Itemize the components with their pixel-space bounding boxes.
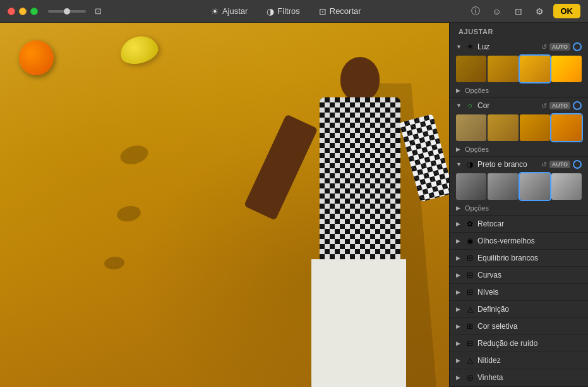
def-title: Definição <box>477 305 582 314</box>
niveis-chevron-icon: ▶ <box>456 289 462 295</box>
ov-icon: ◉ <box>465 236 475 245</box>
section-rr-header[interactable]: ▶ ⊟ Redução de ruído <box>450 335 588 352</box>
cor-chevron-icon: ▼ <box>456 102 462 109</box>
section-retocar-header[interactable]: ▶ ✿ Retocar <box>450 216 588 232</box>
pb-title: Preto e branco <box>477 160 539 169</box>
luz-auto-badge[interactable]: AUTO <box>549 43 570 51</box>
section-cor-header[interactable]: ▼ ○ Cor ↺ AUTO <box>450 98 588 113</box>
section-luz-header[interactable]: ▼ ☀ Luz ↺ AUTO <box>450 39 588 54</box>
titlebar-right: ⓘ ☺ ⊡ ⚙ OK <box>467 3 581 20</box>
section-nit-header[interactable]: ▶ △ Nitidez <box>450 352 588 369</box>
def-icon: △ <box>465 305 475 314</box>
tab-ajustar[interactable]: ☀ Ajustar <box>202 4 256 19</box>
luz-thumb-3[interactable] <box>520 56 550 82</box>
cs-icon: ⊞ <box>465 322 475 331</box>
luz-toggle[interactable] <box>573 42 582 51</box>
share-icon[interactable]: ⊡ <box>510 3 527 20</box>
def-chevron-icon: ▶ <box>456 306 462 312</box>
section-definicao: ▶ △ Definição <box>450 301 588 318</box>
person-body <box>320 97 400 262</box>
section-curvas-header[interactable]: ▶ ⊟ Curvas <box>450 267 588 283</box>
cor-auto-badge[interactable]: AUTO <box>549 102 570 109</box>
luz-thumb-strip <box>450 54 588 85</box>
cor-controls: ↺ AUTO <box>541 101 582 110</box>
cor-thumb-2[interactable] <box>488 114 518 141</box>
section-preto-branco: ▼ ◑ Preto e branco ↺ AUTO ▶ Opções <box>450 157 588 216</box>
section-vin-header[interactable]: ▶ ◎ Vinheta <box>450 369 588 386</box>
luz-icon: ☀ <box>465 42 475 51</box>
luz-thumb-4[interactable] <box>551 56 582 82</box>
pb-thumb-strip <box>450 172 588 202</box>
pb-icon: ◑ <box>465 160 475 169</box>
pb-toggle[interactable] <box>573 160 582 169</box>
photo-area <box>0 23 449 387</box>
main-content: AJUSTAR ▼ ☀ Luz ↺ AUTO ▶ Opçõ <box>0 23 588 387</box>
section-equilibrio-brancos: ▶ ⊟ Equilíbrio brancos <box>450 250 588 267</box>
section-niveis-header[interactable]: ▶ ⊟ Níveis <box>450 284 588 300</box>
retocar-chevron-icon: ▶ <box>456 221 462 227</box>
luz-reset-icon[interactable]: ↺ <box>541 43 547 51</box>
recortar-icon: ⊡ <box>319 6 327 16</box>
section-eb-header[interactable]: ▶ ⊟ Equilíbrio brancos <box>450 250 588 266</box>
section-cor: ▼ ○ Cor ↺ AUTO ▶ Opções <box>450 98 588 157</box>
section-pb-header[interactable]: ▼ ◑ Preto e branco ↺ AUTO <box>450 157 588 172</box>
cor-thumb-3[interactable] <box>520 114 550 141</box>
cor-options-chevron: ▶ <box>456 146 462 152</box>
cor-toggle[interactable] <box>573 101 582 110</box>
ov-chevron-icon: ▶ <box>456 238 462 244</box>
pb-reset-icon[interactable]: ↺ <box>541 161 547 169</box>
ok-button[interactable]: OK <box>553 4 581 18</box>
niveis-icon: ⊟ <box>465 288 475 297</box>
section-def-header[interactable]: ▶ △ Definição <box>450 301 588 317</box>
cor-thumb-1[interactable] <box>456 114 486 141</box>
cor-reset-icon[interactable]: ↺ <box>541 102 547 110</box>
vin-chevron-icon: ▶ <box>456 374 462 381</box>
cs-chevron-icon: ▶ <box>456 323 462 329</box>
rr-chevron-icon: ▶ <box>456 340 462 347</box>
pb-options-chevron: ▶ <box>456 205 462 211</box>
settings-icon[interactable]: ⚙ <box>532 3 548 20</box>
luz-chevron-icon: ▼ <box>456 44 462 50</box>
traffic-lights <box>8 8 38 15</box>
retocar-icon: ✿ <box>465 219 475 228</box>
tab-recortar[interactable]: ⊡ Recortar <box>310 4 370 19</box>
section-cs-header[interactable]: ▶ ⊞ Cor seletiva <box>450 318 588 335</box>
person-pants <box>311 259 406 387</box>
cor-options[interactable]: ▶ Opções <box>450 144 588 156</box>
niveis-title: Níveis <box>477 288 582 297</box>
rr-icon: ⊟ <box>465 339 475 348</box>
tab-filtros[interactable]: ◑ Filtros <box>258 4 308 19</box>
pb-thumb-2[interactable] <box>488 173 518 200</box>
right-panel: AJUSTAR ▼ ☀ Luz ↺ AUTO ▶ Opçõ <box>449 23 588 387</box>
pb-chevron-icon: ▼ <box>456 161 462 168</box>
fit-window-icon[interactable]: ⊡ <box>91 4 105 18</box>
cor-title: Cor <box>477 101 539 110</box>
luz-thumb-1[interactable] <box>456 56 486 82</box>
curvas-icon: ⊟ <box>465 271 475 280</box>
pb-auto-badge[interactable]: AUTO <box>549 161 570 168</box>
luz-thumb-2[interactable] <box>488 56 518 82</box>
pb-thumb-4[interactable] <box>551 173 582 200</box>
section-cor-seletiva: ▶ ⊞ Cor seletiva <box>450 318 588 335</box>
maximize-button[interactable] <box>30 8 38 15</box>
ajustar-icon: ☀ <box>211 6 219 16</box>
emoji-icon[interactable]: ☺ <box>489 3 505 20</box>
minimize-button[interactable] <box>19 8 27 15</box>
nit-icon: △ <box>465 356 475 365</box>
zoom-slider[interactable] <box>48 10 86 13</box>
section-ov-header[interactable]: ▶ ◉ Olhos-vermelhos <box>450 233 588 249</box>
section-vinheta: ▶ ◎ Vinheta <box>450 369 588 386</box>
cor-thumb-4[interactable] <box>551 114 582 141</box>
pb-options[interactable]: ▶ Opções <box>450 202 588 215</box>
titlebar: ⊡ ☀ Ajustar ◑ Filtros ⊡ Recortar ⓘ ☺ ⊡ ⚙… <box>0 0 588 23</box>
close-button[interactable] <box>8 8 15 15</box>
cs-title: Cor seletiva <box>477 322 582 331</box>
ov-title: Olhos-vermelhos <box>477 236 582 245</box>
pb-thumb-3[interactable] <box>520 173 550 200</box>
luz-options[interactable]: ▶ Opções <box>450 85 588 97</box>
nit-title: Nitidez <box>477 356 582 365</box>
pb-options-label: Opções <box>465 204 489 212</box>
section-olhos-vermelhos: ▶ ◉ Olhos-vermelhos <box>450 233 588 250</box>
pb-thumb-1[interactable] <box>456 173 486 200</box>
info-icon[interactable]: ⓘ <box>467 3 484 20</box>
